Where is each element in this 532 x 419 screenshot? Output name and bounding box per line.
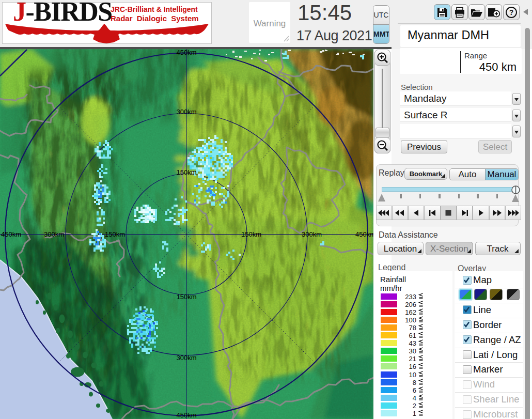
svg-text:150km: 150km: [105, 230, 125, 238]
svg-text:450km: 450km: [176, 411, 196, 419]
svg-text:150km: 150km: [241, 230, 261, 238]
svg-text:450km: 450km: [1, 230, 21, 238]
svg-text:150km: 150km: [176, 293, 196, 301]
svg-text:300km: 300km: [176, 354, 196, 362]
svg-text:300km: 300km: [176, 108, 196, 116]
svg-text:300km: 300km: [302, 230, 322, 238]
svg-text:?: ?: [509, 8, 514, 17]
svg-text:150km: 150km: [176, 168, 196, 176]
svg-text:450km: 450km: [355, 230, 373, 238]
svg-text:300km: 300km: [44, 230, 64, 238]
svg-text:450km: 450km: [176, 49, 196, 56]
